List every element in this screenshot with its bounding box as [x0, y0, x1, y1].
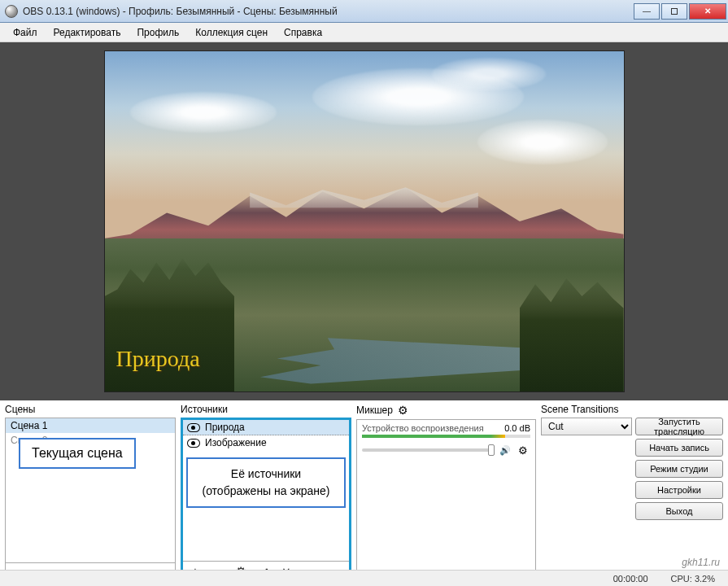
- mixer-panel: Микшер Устройство воспроизведения 0.0 dB: [356, 404, 536, 584]
- sources-title: Источники: [181, 404, 351, 418]
- window-titlebar: OBS 0.13.1 (windows) - Профиль: Безымянн…: [0, 0, 728, 23]
- start-stream-button[interactable]: Запустить трансляцию: [635, 418, 723, 435]
- mixer-settings-icon[interactable]: [398, 404, 408, 417]
- menu-edit[interactable]: Редактировать: [46, 24, 129, 41]
- transitions-title: Scene Transitions: [541, 404, 723, 418]
- statusbar: 00:00:00 CPU: 3.2%: [0, 570, 728, 586]
- mixer-channel-settings-button[interactable]: [516, 443, 530, 457]
- status-cpu: CPU: 3.2%: [671, 574, 715, 584]
- sources-panel: Источники Природа Изображение Её источни…: [181, 404, 351, 584]
- exit-button[interactable]: Выход: [635, 502, 723, 520]
- window-minimize-button[interactable]: —: [634, 3, 660, 20]
- preview-canvas[interactable]: Природа: [104, 50, 625, 392]
- menubar: Файл Редактировать Профиль Коллекция сце…: [0, 23, 728, 42]
- bottom-dock: Сцены Сцена 1 Сцена 2 Текущая сцена + − …: [0, 400, 728, 586]
- source-item[interactable]: Изображение: [183, 435, 349, 450]
- source-label: Природа: [205, 422, 245, 433]
- transition-select[interactable]: Cut: [541, 418, 632, 435]
- window-title: OBS 0.13.1 (windows) - Профиль: Безымянн…: [23, 6, 338, 17]
- annotation-current-scene: Текущая сцена: [19, 438, 136, 469]
- preview-area: Природа: [0, 42, 728, 400]
- visibility-icon[interactable]: [187, 439, 200, 448]
- studio-mode-button[interactable]: Режим студии: [635, 460, 723, 478]
- sources-list: Природа Изображение Её источники (отобра…: [181, 418, 351, 584]
- scenes-title: Сцены: [5, 404, 176, 418]
- window-controls: — ✕: [634, 3, 728, 20]
- mixer-title: Микшер: [356, 404, 536, 419]
- annotation-sources: Её источники (отображены на экране): [186, 457, 346, 508]
- visibility-icon[interactable]: [187, 423, 200, 432]
- app-icon: [5, 5, 18, 18]
- menu-help[interactable]: Справка: [276, 24, 330, 41]
- scenes-list: Сцена 1 Сцена 2 Текущая сцена + − ∧ ∨: [5, 418, 176, 584]
- preview-overlay-text: Природа: [116, 346, 200, 372]
- status-time: 00:00:00: [613, 574, 648, 584]
- watermark: gkh11.ru: [682, 557, 720, 568]
- menu-profile[interactable]: Профиль: [129, 24, 187, 41]
- start-record-button[interactable]: Начать запись: [635, 439, 723, 457]
- settings-button[interactable]: Настройки: [635, 481, 723, 499]
- scene-item[interactable]: Сцена 1: [6, 418, 175, 433]
- mixer-channel-name: Устройство воспроизведения: [362, 423, 484, 433]
- window-close-button[interactable]: ✕: [689, 3, 726, 20]
- mixer-body: Устройство воспроизведения 0.0 dB: [356, 419, 536, 584]
- scenes-panel: Сцены Сцена 1 Сцена 2 Текущая сцена + − …: [5, 404, 176, 584]
- mixer-volume-slider[interactable]: [362, 448, 495, 452]
- main-controls: Начать запись Режим студии Настройки Вых…: [541, 439, 723, 520]
- mixer-meter: [362, 435, 530, 438]
- source-label: Изображение: [205, 437, 267, 448]
- window-maximize-button[interactable]: [661, 3, 687, 20]
- mixer-channel: Устройство воспроизведения 0.0 dB: [357, 420, 535, 461]
- menu-file[interactable]: Файл: [5, 24, 46, 41]
- mixer-db-value: 0.0 dB: [504, 423, 530, 433]
- source-item[interactable]: Природа: [183, 420, 349, 435]
- menu-scene-collection[interactable]: Коллекция сцен: [187, 24, 276, 41]
- mixer-mute-button[interactable]: [498, 443, 512, 457]
